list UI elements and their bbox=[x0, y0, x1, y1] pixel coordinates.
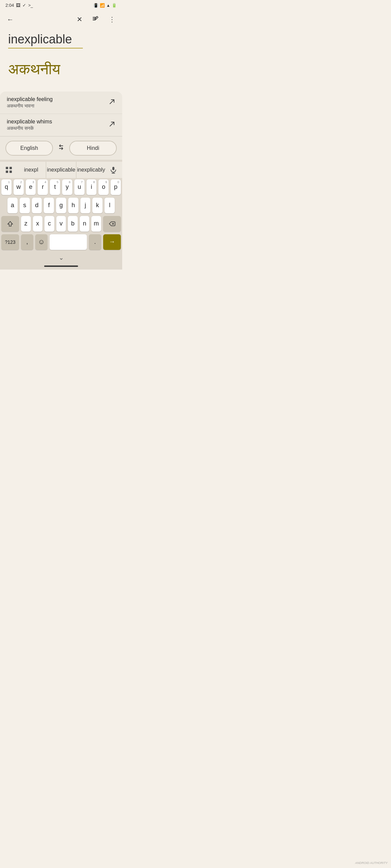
key-c[interactable]: c bbox=[44, 216, 54, 232]
key-o[interactable]: o9 bbox=[98, 179, 109, 195]
key-g[interactable]: g bbox=[56, 198, 66, 213]
key-y[interactable]: y6 bbox=[62, 179, 72, 195]
key-f[interactable]: f bbox=[44, 198, 54, 213]
key-shift[interactable] bbox=[1, 216, 19, 232]
key-suggestion-inexplicable[interactable]: inexplicable bbox=[46, 162, 76, 178]
key-suggestion-inexplicably[interactable]: inexplicably bbox=[76, 162, 106, 178]
key-x[interactable]: x bbox=[33, 216, 43, 232]
check-icon: ✓ bbox=[22, 3, 26, 8]
key-m[interactable]: m bbox=[91, 216, 101, 232]
key-enter[interactable]: → bbox=[103, 234, 121, 250]
key-row-2: a s d f g h j k l bbox=[0, 196, 122, 215]
vibrate-icon: 📳 bbox=[93, 3, 98, 8]
key-h[interactable]: h bbox=[68, 198, 78, 213]
key-k[interactable]: k bbox=[92, 198, 103, 213]
key-b[interactable]: b bbox=[68, 216, 78, 232]
swap-icon bbox=[57, 143, 65, 153]
key-i[interactable]: i8 bbox=[87, 179, 97, 195]
key-l[interactable]: l bbox=[105, 198, 115, 213]
key-j[interactable]: j bbox=[80, 198, 91, 213]
key-e[interactable]: e3 bbox=[26, 179, 36, 195]
bottom-bar bbox=[0, 264, 122, 270]
svg-rect-6 bbox=[10, 171, 12, 173]
key-row-bottom: ?123 , ☺ . → bbox=[0, 233, 122, 252]
more-button[interactable]: ⋮ bbox=[105, 12, 119, 27]
suggestion-item-2[interactable]: inexplicable whims अकथनीय सनकें bbox=[0, 114, 122, 136]
key-backspace[interactable] bbox=[103, 216, 121, 232]
battery-icon: 🔋 bbox=[112, 3, 117, 8]
handwrite-icon bbox=[92, 15, 99, 24]
key-t[interactable]: t5 bbox=[50, 179, 60, 195]
target-lang-button[interactable]: Hindi bbox=[69, 141, 117, 156]
keyboard-dismiss-button[interactable]: ⌄ bbox=[53, 253, 69, 263]
suggestion-arrow-2 bbox=[109, 121, 115, 129]
terminal-icon: >_ bbox=[28, 3, 33, 8]
photo-icon: 🖼 bbox=[16, 3, 20, 8]
key-num-sym[interactable]: ?123 bbox=[1, 234, 19, 250]
handwrite-button[interactable] bbox=[88, 12, 103, 27]
key-u[interactable]: u7 bbox=[74, 179, 85, 195]
key-row-3: z x c v b n m bbox=[0, 215, 122, 233]
status-icons: 📳 📶 ▲ 🔋 bbox=[93, 3, 117, 8]
back-button[interactable]: ← bbox=[3, 12, 18, 27]
svg-rect-7 bbox=[112, 167, 114, 170]
key-suggestion-inexpl[interactable]: inexpl bbox=[16, 162, 46, 178]
suggestion-sub-1: अकथनीय भावना bbox=[7, 103, 53, 109]
suggestion-sub-2: अकथनीय सनकें bbox=[7, 125, 52, 131]
suggestion-text-wrap-2: inexplicable whims अकथनीय सनकें bbox=[7, 119, 52, 131]
key-emoji[interactable]: ☺ bbox=[35, 234, 48, 250]
wifi-icon: 📶 bbox=[100, 3, 105, 8]
key-s[interactable]: s bbox=[20, 198, 30, 213]
clear-button[interactable]: ✕ bbox=[72, 12, 87, 27]
key-v[interactable]: v bbox=[56, 216, 66, 232]
key-a[interactable]: a bbox=[7, 198, 18, 213]
key-space[interactable] bbox=[50, 234, 87, 250]
svg-rect-4 bbox=[10, 167, 12, 169]
key-n[interactable]: n bbox=[80, 216, 90, 232]
suggestion-text-wrap-1: inexplicable feeling अकथनीय भावना bbox=[7, 96, 53, 109]
key-d[interactable]: d bbox=[32, 198, 42, 213]
lang-switcher: English Hindi bbox=[0, 136, 122, 160]
translated-text: अकथनीय bbox=[8, 61, 114, 78]
status-time: 2:04 🖼 ✓ >_ bbox=[5, 3, 33, 8]
key-mic-button[interactable] bbox=[106, 162, 121, 177]
key-row-1: q1 w2 e3 r4 t5 y6 u7 i8 o9 p0 bbox=[0, 178, 122, 196]
keyboard: inexpl inexplicable inexplicably q1 w2 e… bbox=[0, 160, 122, 264]
suggestion-main-1: inexplicable feeling bbox=[7, 96, 53, 102]
key-w[interactable]: w2 bbox=[14, 179, 24, 195]
status-bar: 2:04 🖼 ✓ >_ 📳 📶 ▲ 🔋 bbox=[0, 0, 122, 9]
suggestion-main-2: inexplicable whims bbox=[7, 119, 52, 125]
key-period[interactable]: . bbox=[89, 234, 101, 250]
key-z[interactable]: z bbox=[21, 216, 31, 232]
bottom-handle bbox=[44, 265, 78, 267]
toolbar: ← ✕ ⋮ bbox=[0, 9, 122, 29]
svg-rect-5 bbox=[6, 171, 8, 173]
source-lang-button[interactable]: English bbox=[5, 141, 53, 156]
more-icon: ⋮ bbox=[109, 15, 115, 23]
keyboard-dismiss-row: ⌄ bbox=[0, 252, 122, 264]
signal-icon: ▲ bbox=[106, 3, 110, 8]
translation-area: अकथनीय bbox=[0, 54, 122, 92]
lang-swap-button[interactable] bbox=[53, 141, 69, 156]
key-comma[interactable]: , bbox=[21, 234, 33, 250]
key-suggestions-row: inexpl inexplicable inexplicably bbox=[0, 162, 122, 178]
source-input[interactable] bbox=[8, 32, 114, 46]
key-q[interactable]: q1 bbox=[1, 179, 12, 195]
suggestions-panel: inexplicable feeling अकथनीय भावना inexpl… bbox=[0, 92, 122, 160]
key-r[interactable]: r4 bbox=[38, 179, 48, 195]
time-display: 2:04 bbox=[5, 3, 14, 8]
svg-rect-3 bbox=[6, 167, 8, 169]
suggestion-item-1[interactable]: inexplicable feeling अकथनीय भावना bbox=[0, 92, 122, 114]
key-grid-button[interactable] bbox=[1, 162, 16, 177]
input-underline bbox=[8, 48, 83, 48]
clear-icon: ✕ bbox=[77, 15, 82, 23]
back-icon: ← bbox=[7, 16, 14, 23]
suggestion-arrow-1 bbox=[109, 98, 115, 107]
input-area bbox=[0, 29, 122, 54]
key-p[interactable]: p0 bbox=[111, 179, 121, 195]
